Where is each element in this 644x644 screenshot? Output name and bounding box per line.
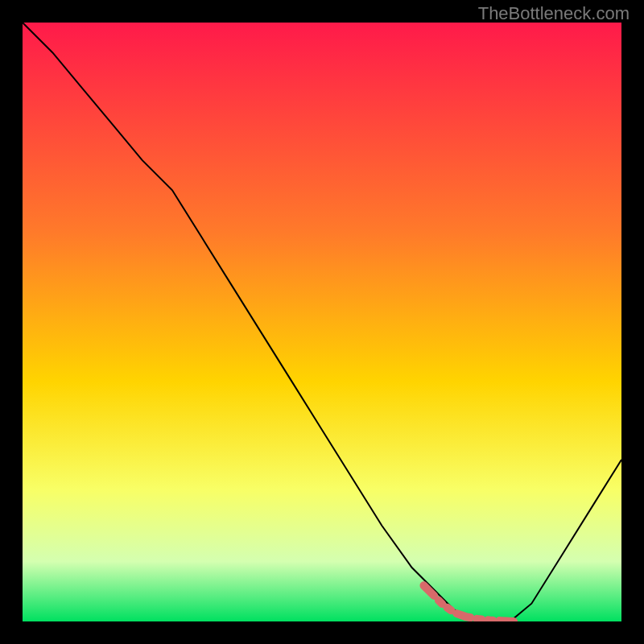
chart-frame: TheBottleneck.com	[0, 0, 644, 644]
gradient-background	[23, 23, 621, 621]
chart-svg	[23, 23, 621, 621]
plot-area	[23, 23, 621, 621]
watermark-text: TheBottleneck.com	[478, 3, 630, 24]
